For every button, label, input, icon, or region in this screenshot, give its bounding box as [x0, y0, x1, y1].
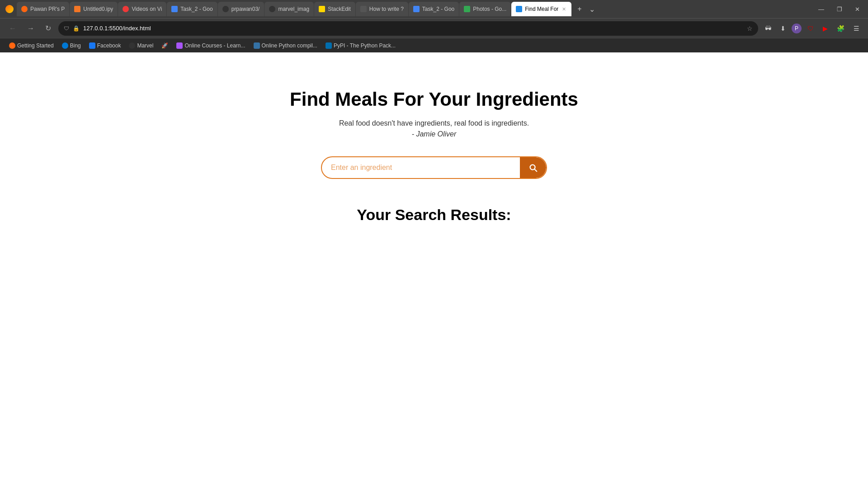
bookmark-pypi[interactable]: PyPI - The Python Pack...	[322, 41, 399, 50]
window-controls: — ❐ ✕	[812, 3, 866, 15]
tab-github1[interactable]: prpawan03/	[218, 2, 264, 16]
tab-bar: Pawan PR's P Untitled0.ipy Videos on Vi …	[0, 0, 868, 18]
results-heading: Your Search Results:	[357, 206, 511, 224]
tab-videos[interactable]: Videos on Vi	[118, 2, 166, 16]
bookmark-python-compile[interactable]: Online Python compil...	[250, 41, 321, 50]
page-title: Find Meals For Your Ingredients	[290, 89, 578, 110]
nav-bar: ← → ↻ 🛡 🔒 127.0.0.1:5500/index.html ☆ 🕶 …	[0, 18, 868, 38]
reload-button[interactable]: ↻	[42, 22, 55, 35]
tab-findmeal[interactable]: Find Meal For ✕	[511, 2, 571, 16]
bookmarks-bar: Getting Started Bing Facebook Marvel 🚀 O…	[0, 38, 868, 52]
bookmark-getting-started[interactable]: Getting Started	[5, 41, 57, 50]
bookmark-marvel[interactable]: Marvel	[125, 41, 157, 50]
bookmark-facebook[interactable]: Facebook	[85, 41, 125, 50]
tab-write[interactable]: How to write ?	[356, 2, 408, 16]
browser-chrome: Pawan PR's P Untitled0.ipy Videos on Vi …	[0, 0, 868, 52]
bookmark-bing[interactable]: Bing	[58, 41, 85, 50]
tab-firefox-icon	[2, 2, 16, 16]
tab-list-button[interactable]: ⌄	[586, 3, 598, 15]
account-icon[interactable]: P	[792, 23, 802, 33]
bookmark-online-courses[interactable]: Online Courses - Learn...	[173, 41, 249, 50]
maximize-button[interactable]: ❐	[830, 3, 849, 15]
new-tab-button[interactable]: +	[575, 3, 584, 15]
quote-text: Real food doesn't have ingredients, real…	[339, 119, 529, 127]
tab-stackedit[interactable]: StackEdit	[314, 2, 355, 16]
tab-close-findmeal[interactable]: ✕	[561, 6, 567, 13]
search-icon	[528, 163, 538, 173]
back-button[interactable]: ←	[5, 22, 20, 35]
tab-task1[interactable]: Task_2 - Goo	[167, 2, 217, 16]
extensions-icon[interactable]: 🧩	[834, 23, 848, 34]
close-button[interactable]: ✕	[849, 3, 866, 15]
search-container	[321, 156, 547, 179]
search-button[interactable]	[520, 157, 546, 178]
tab-pawan[interactable]: Pawan PR's P	[17, 2, 69, 16]
bookmark-rocket[interactable]: 🚀	[158, 41, 172, 50]
forward-button[interactable]: →	[24, 22, 38, 35]
menu-button[interactable]: ☰	[850, 23, 863, 34]
download-icon[interactable]: ⬇	[777, 23, 789, 34]
quote-author: - Jamie Oliver	[412, 130, 457, 138]
pocket-icon[interactable]: 🕶	[762, 23, 774, 34]
tab-task2[interactable]: Task_2 - Goo	[409, 2, 459, 16]
tab-github2[interactable]: marvel_imag	[264, 2, 314, 16]
minimize-button[interactable]: —	[812, 3, 830, 15]
bookmark-star-icon[interactable]: ☆	[747, 25, 753, 32]
tab-photos[interactable]: Photos - Go...	[459, 2, 511, 16]
shield-icon: 🛡	[64, 25, 69, 32]
address-bar-text[interactable]: 127.0.0.1:5500/index.html	[83, 25, 743, 32]
tab-bar-actions: + ⌄	[575, 3, 597, 15]
adblock-icon[interactable]: 🛡	[804, 23, 817, 34]
page-content: Find Meals For Your Ingredients Real foo…	[0, 52, 868, 488]
tab-untitled[interactable]: Untitled0.ipy	[70, 2, 118, 16]
address-bar-container[interactable]: 🛡 🔒 127.0.0.1:5500/index.html ☆	[58, 21, 758, 36]
nav-bar-right: 🕶 ⬇ P 🛡 ▶ 🧩 ☰	[762, 23, 863, 34]
youtube-icon[interactable]: ▶	[820, 23, 831, 34]
search-input[interactable]	[322, 157, 520, 178]
lock-icon: 🔒	[73, 25, 80, 32]
